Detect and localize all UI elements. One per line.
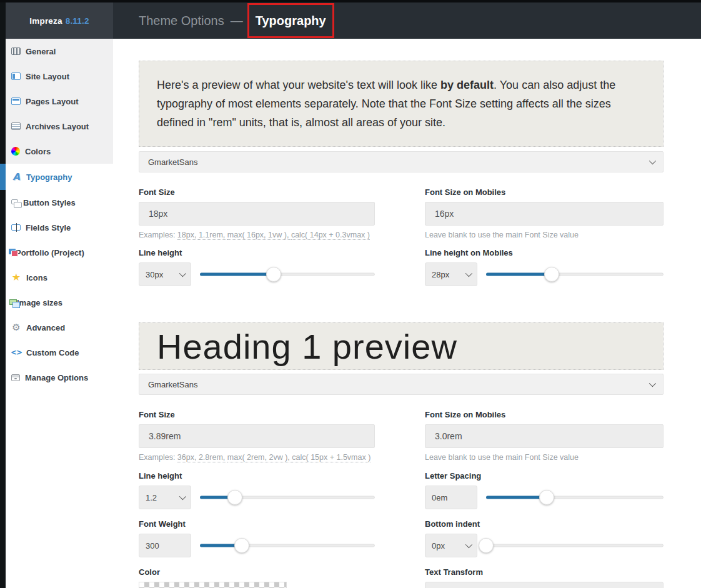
- breadcrumb-separator: —: [231, 14, 243, 28]
- theme-brand: Impreza 8.11.2: [6, 2, 113, 39]
- typography-settings-panel: Here's a preview of what your website's …: [113, 39, 701, 588]
- slider-thumb[interactable]: [544, 267, 559, 282]
- h1-bottom-indent-slider[interactable]: [486, 534, 664, 557]
- color-wheel-icon: [11, 147, 20, 156]
- h1-font-weight-label: Font Weight: [139, 519, 375, 529]
- h1-font-size-mobile-input[interactable]: [425, 424, 664, 448]
- heading1-preview: Heading 1 preview: [139, 322, 664, 370]
- h1-font-size-label: Font Size: [139, 410, 375, 419]
- sidebar-item-manage-options[interactable]: Manage Options: [6, 365, 113, 390]
- font-size-mobile-label: Font Size on Mobiles: [425, 187, 664, 197]
- h1-font-weight-slider[interactable]: [200, 534, 375, 557]
- active-menu-marker: [0, 164, 6, 190]
- h1-color-picker[interactable]: [139, 582, 287, 588]
- typography-icon: A: [11, 172, 21, 182]
- body-text-preview: Here's a preview of what your website's …: [139, 61, 664, 147]
- code-icon: <>: [11, 348, 21, 357]
- slider-thumb[interactable]: [479, 538, 494, 553]
- sidebar-item-button-styles[interactable]: Button Styles: [6, 190, 113, 215]
- sidebar-item-pages-layout[interactable]: Pages Layout: [6, 89, 113, 114]
- h1-color-label: Color: [139, 567, 375, 577]
- h1-bottom-indent-select[interactable]: 0px: [425, 534, 477, 557]
- h1-text-transform-label: Text Transform: [425, 567, 664, 577]
- h1-font-size-input[interactable]: [139, 424, 375, 448]
- sidebar-item-advanced[interactable]: ⚙ Advanced: [6, 315, 113, 340]
- h1-bottom-indent-label: Bottom indent: [425, 519, 664, 529]
- button-styles-icon: [11, 199, 18, 204]
- sidebar-item-site-layout[interactable]: Site Layout: [6, 64, 113, 89]
- h1-font-weight-input[interactable]: 300: [139, 534, 191, 557]
- brand-version: 8.11.2: [66, 16, 89, 26]
- pages-layout-icon: [11, 97, 21, 105]
- fields-style-icon: [11, 224, 21, 231]
- sidebar-item-icons[interactable]: ★ Icons: [6, 265, 113, 290]
- sidebar-item-image-sizes[interactable]: Image sizes: [6, 290, 113, 315]
- general-icon: [11, 47, 21, 55]
- line-height-mobile-slider[interactable]: [486, 262, 664, 286]
- h1-letter-spacing-label: Letter Spacing: [425, 471, 664, 481]
- line-height-label: Line height: [139, 248, 375, 257]
- h1-font-family-select[interactable]: GmarketSans: [139, 374, 664, 395]
- sidebar-item-fields-style[interactable]: Fields Style: [6, 215, 113, 240]
- archives-layout-icon: [11, 122, 21, 130]
- page-title: Typography: [256, 14, 326, 28]
- sidebar-item-typography[interactable]: A Typography: [6, 164, 113, 190]
- line-height-slider[interactable]: [200, 262, 375, 286]
- chevron-down-icon: [465, 270, 472, 277]
- brand-name: Impreza: [29, 16, 62, 26]
- font-size-input[interactable]: [139, 202, 375, 226]
- h1-font-size-examples: Examples: 36px2.8remmax( 2rem, 2vw )calc…: [139, 453, 375, 462]
- font-size-mobile-helper: Leave blank to use the main Font Size va…: [425, 231, 664, 239]
- star-icon: ★: [11, 273, 21, 282]
- h1-line-height-select[interactable]: 1.2: [139, 486, 191, 509]
- collapsed-admin-menu: [0, 2, 6, 588]
- chevron-down-icon: [179, 270, 186, 277]
- slider-thumb[interactable]: [234, 538, 249, 553]
- sidebar-item-general[interactable]: General: [6, 39, 113, 64]
- h1-font-size-mobile-helper: Leave blank to use the main Font Size va…: [425, 453, 664, 462]
- portfolio-icon: [9, 249, 16, 254]
- slider-thumb[interactable]: [266, 267, 281, 282]
- chevron-down-icon: [649, 157, 656, 164]
- h1-letter-spacing-input[interactable]: 0em: [425, 486, 477, 509]
- h1-font-size-mobile-label: Font Size on Mobiles: [425, 410, 664, 419]
- options-sidebar: General Site Layout Pages Layout Archive…: [6, 39, 113, 588]
- sidebar-item-custom-code[interactable]: <> Custom Code: [6, 340, 113, 365]
- font-size-examples: Examples: 18px1.1remmax( 16px, 1vw )calc…: [139, 231, 375, 239]
- body-font-family-select[interactable]: GmarketSans: [139, 151, 664, 172]
- h1-line-height-slider[interactable]: [200, 486, 375, 509]
- line-height-mobile-select[interactable]: 28px: [425, 262, 477, 286]
- slider-thumb[interactable]: [539, 490, 554, 505]
- line-height-mobile-label: Line height on Mobiles: [425, 248, 664, 257]
- slider-thumb[interactable]: [227, 490, 242, 505]
- page-header: Theme Options — Typography: [113, 2, 701, 39]
- chevron-down-icon: [649, 380, 656, 387]
- image-sizes-icon: [9, 299, 17, 305]
- font-size-mobile-input[interactable]: [425, 202, 664, 226]
- sidebar-item-portfolio[interactable]: Portfolio (Project): [6, 240, 113, 265]
- sidebar-item-archives-layout[interactable]: Archives Layout: [6, 114, 113, 139]
- breadcrumb: Theme Options: [139, 14, 224, 28]
- gear-icon: ⚙: [11, 323, 21, 332]
- h1-letter-spacing-slider[interactable]: [486, 486, 664, 509]
- font-size-label: Font Size: [139, 187, 375, 197]
- line-height-select[interactable]: 30px: [139, 262, 191, 286]
- site-layout-icon: [11, 72, 21, 80]
- h1-line-height-label: Line height: [139, 471, 375, 481]
- chevron-down-icon: [465, 541, 472, 548]
- manage-options-icon: [11, 374, 20, 381]
- h1-text-transform-select[interactable]: [425, 582, 664, 588]
- chevron-down-icon: [179, 493, 186, 500]
- sidebar-item-colors[interactable]: Colors: [6, 139, 113, 164]
